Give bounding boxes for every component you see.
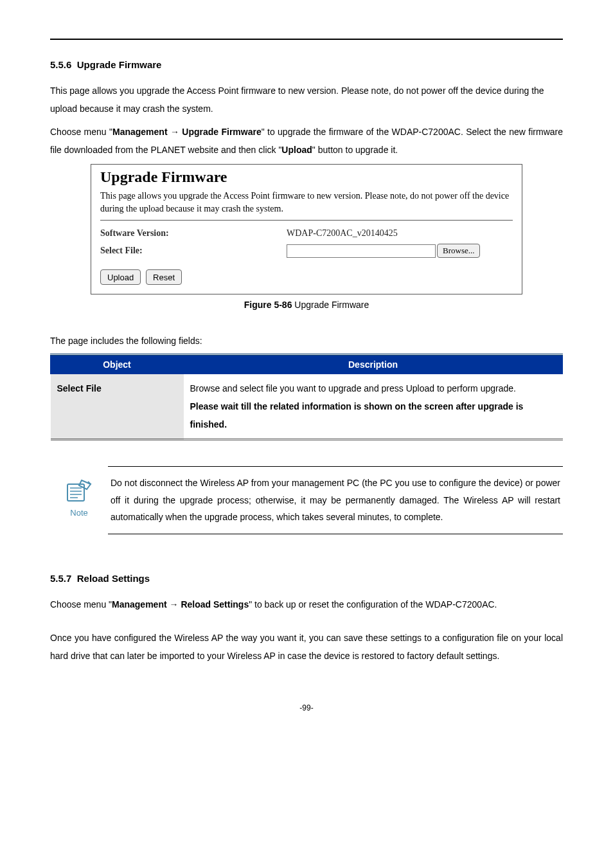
screenshot-description: This page allows you upgrade the Access … bbox=[100, 190, 513, 215]
reset-button[interactable]: Reset bbox=[146, 269, 182, 285]
upload-text: Upload bbox=[281, 145, 312, 155]
note-block: Note Do not disconnect the Wireless AP f… bbox=[50, 466, 563, 534]
figure-caption: Figure 5-86 Upgrade Firmware bbox=[50, 300, 563, 310]
page-number: -99- bbox=[50, 703, 563, 712]
fields-intro: The page includes the following fields: bbox=[50, 336, 563, 346]
figure-caption-text: Upgrade Firmware bbox=[292, 300, 369, 310]
note-icon bbox=[65, 478, 93, 503]
section-title-text: Upgrade Firmware bbox=[77, 59, 162, 70]
description-table: Object Description Select File Browse an… bbox=[50, 354, 563, 440]
reload-intro-2: Once you have configured the Wireless AP… bbox=[50, 629, 563, 665]
table-row: Select File Browse and select file you w… bbox=[51, 374, 563, 440]
menu-path-upgrade-firmware: Upgrade Firmware bbox=[182, 127, 261, 137]
text-fragment: Choose menu " bbox=[50, 127, 112, 137]
table-cell-object: Select File bbox=[51, 374, 184, 440]
arrow-icon: → bbox=[167, 599, 181, 610]
text-fragment: " to back up or reset the configuration … bbox=[249, 599, 497, 610]
menu-path-reload-settings: Reload Settings bbox=[181, 599, 249, 610]
software-version-value: WDAP-C7200AC_v20140425 bbox=[287, 228, 398, 239]
intro-paragraph-1: This page allows you upgrade the Access … bbox=[50, 82, 563, 118]
upgrade-firmware-screenshot: Upgrade Firmware This page allows you up… bbox=[91, 164, 522, 294]
browse-button[interactable]: Browse... bbox=[437, 244, 480, 258]
software-version-label: Software Version: bbox=[100, 228, 287, 239]
menu-path-management: Management bbox=[112, 599, 167, 610]
menu-path-management: Management bbox=[112, 127, 168, 137]
section-5-5-6-heading: 5.5.6 Upgrade Firmware bbox=[50, 59, 563, 70]
note-text: Do not disconnect the Wireless AP from y… bbox=[108, 466, 563, 534]
section-title-text: Reload Settings bbox=[77, 573, 150, 584]
figure-label: Figure 5-86 bbox=[244, 300, 292, 310]
screenshot-title: Upgrade Firmware bbox=[100, 168, 513, 186]
reload-intro-1: Choose menu "Management → Reload Setting… bbox=[50, 595, 563, 613]
text-fragment: Browse and select file you want to upgra… bbox=[190, 383, 516, 393]
header-rule bbox=[50, 39, 563, 40]
note-label: Note bbox=[50, 508, 108, 518]
screenshot-divider bbox=[100, 220, 513, 221]
section-5-5-7-heading: 5.5.7 Reload Settings bbox=[50, 573, 563, 584]
arrow-icon: → bbox=[168, 127, 182, 137]
text-fragment: Please wait till the related information… bbox=[190, 401, 524, 429]
text-fragment: Choose menu " bbox=[50, 599, 112, 610]
file-input[interactable] bbox=[287, 244, 436, 258]
intro-paragraph-2: Choose menu "Management → Upgrade Firmwa… bbox=[50, 123, 563, 159]
select-file-label: Select File: bbox=[100, 246, 287, 256]
table-header-description: Description bbox=[184, 355, 563, 374]
text-fragment: " button to upgrade it. bbox=[312, 145, 398, 155]
upload-button[interactable]: Upload bbox=[100, 269, 141, 285]
section-number: 5.5.7 bbox=[50, 573, 71, 584]
section-number: 5.5.6 bbox=[50, 59, 71, 70]
table-cell-description: Browse and select file you want to upgra… bbox=[184, 374, 563, 440]
table-header-object: Object bbox=[51, 355, 184, 374]
